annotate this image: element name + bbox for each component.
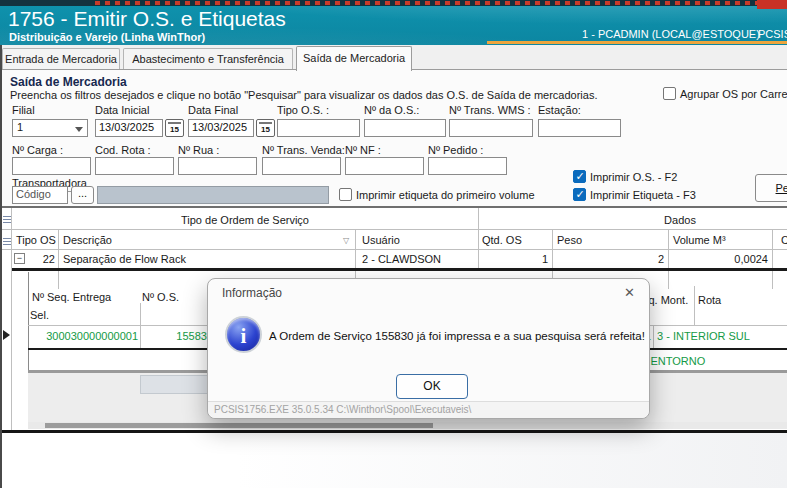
app-screen: 1756 - Emitir O.S. e Etiquetas Distribui… xyxy=(0,0,787,488)
band-tipo-ordem-servico: Tipo de Ordem de Serviço xyxy=(12,214,478,226)
cell-peso: 2 xyxy=(552,253,664,265)
detail-col-os[interactable]: Nº O.S. xyxy=(142,291,179,303)
cell-descricao: Separação de Flow Rack xyxy=(63,253,186,265)
filial-select-value: 1 xyxy=(17,121,23,133)
numero-rua-label: Nº Rua : xyxy=(178,144,219,156)
col-peso[interactable]: Peso xyxy=(557,234,582,246)
detail-col-rota[interactable]: Rota xyxy=(698,294,721,306)
tab-saida-de-mercadoria[interactable]: Saída de Mercadoria xyxy=(296,46,412,71)
imprimir-etiqueta-checkbox[interactable] xyxy=(573,188,586,201)
numero-carga-label: Nº Carga : xyxy=(12,144,63,156)
filial-select[interactable]: 1 xyxy=(12,119,88,137)
numero-os-label: Nº da O.S.: xyxy=(364,104,419,116)
window-title: 1756 - Emitir O.S. e Etiquetas xyxy=(8,7,286,31)
accent-underline xyxy=(487,41,787,44)
red-corner-decoration xyxy=(757,0,787,9)
sort-descending-icon[interactable] xyxy=(343,233,349,245)
info-icon-glyph: i xyxy=(227,324,260,349)
dialog-title: Informação xyxy=(222,286,282,300)
col-volume[interactable]: Volume M³ xyxy=(673,234,726,246)
numero-os-input[interactable] xyxy=(364,119,446,137)
agrupar-os-checkbox[interactable] xyxy=(663,87,676,100)
collapse-row-icon[interactable]: − xyxy=(14,253,25,264)
section-description: Preencha os filtros desejados e clique n… xyxy=(10,89,597,101)
hidden-button-fragment xyxy=(140,375,214,394)
tab-entrada-de-mercadoria[interactable]: Entrada de Mercadoria xyxy=(2,48,120,69)
numero-nf-label: Nº NF : xyxy=(345,144,381,156)
data-final-input[interactable]: 13/03/2025 xyxy=(188,119,254,137)
trans-wms-input[interactable] xyxy=(449,119,533,137)
current-row-indicator xyxy=(3,330,10,340)
horizontal-scrollbar-track[interactable] xyxy=(28,422,787,429)
chevron-down-icon xyxy=(75,127,83,132)
trans-venda-label: Nº Trans. Venda: xyxy=(262,144,345,156)
transportadora-nome-field xyxy=(97,186,329,204)
band-dados: Dados xyxy=(478,214,787,226)
imprimir-os-label: Imprimir O.S. - F2 xyxy=(590,171,677,183)
transportadora-codigo-input[interactable]: Código xyxy=(12,186,68,204)
detail-sel-label: Sel. xyxy=(30,309,49,321)
col-qtd-os[interactable]: Qtd. OS xyxy=(482,234,522,246)
col-usuario[interactable]: Usuário xyxy=(362,234,400,246)
trans-venda-input[interactable] xyxy=(262,157,341,175)
window-subtitle: Distribuição e Varejo (Linha WinThor) xyxy=(9,31,205,43)
imprimir-etiqueta-volume-label: Imprimir etiqueta do primeiro volume xyxy=(356,189,535,201)
pesquisar-button[interactable]: Pesquisar xyxy=(755,174,787,202)
cod-rota-label: Cod. Rota : xyxy=(95,144,151,156)
detail-column-line xyxy=(653,326,654,348)
master-row-border xyxy=(12,268,787,271)
grid-menu-icon[interactable] xyxy=(3,238,11,245)
numero-rua-input[interactable] xyxy=(178,157,257,175)
filter-panel: Saída de Mercadoria Preencha os filtros … xyxy=(0,70,787,206)
app-header: 1756 - Emitir O.S. e Etiquetas Distribui… xyxy=(0,0,787,45)
data-final-label: Data Final xyxy=(188,104,238,116)
tab-abastecimento-e-transferencia[interactable]: Abastecimento e Transferência xyxy=(123,48,293,69)
data-final-calendar-button[interactable]: 15 xyxy=(256,119,275,137)
cell-volume: 0,0024 xyxy=(668,253,768,265)
numero-pedido-input[interactable] xyxy=(428,157,507,175)
data-inicial-calendar-button[interactable]: 15 xyxy=(165,119,184,137)
detail-column-line xyxy=(694,286,695,326)
imprimir-etiqueta-label: Imprimir Etiqueta - F3 xyxy=(590,189,696,201)
grid-column-line xyxy=(58,229,59,289)
section-title: Saída de Mercadoria xyxy=(10,75,127,89)
numero-nf-input[interactable] xyxy=(345,157,424,175)
cell-numero-os: 155830 xyxy=(143,330,213,342)
detail-col-seq-entrega[interactable]: Nº Seq. Entrega xyxy=(32,291,111,303)
estacao-label: Estação: xyxy=(538,104,581,116)
detail-column-line xyxy=(140,303,141,348)
user-session-info: 1 - PCADMIN (LOCAL@ESTOQUE) xyxy=(582,28,760,40)
cell-tipo-os: 22 xyxy=(26,253,55,265)
imprimir-os-checkbox[interactable] xyxy=(573,170,586,183)
trans-wms-label: Nº Trans. WMS : xyxy=(449,104,531,116)
filial-label: Filial xyxy=(12,104,35,116)
col-tipo-os[interactable]: Tipo OS xyxy=(16,234,56,246)
grid-menu-icon[interactable] xyxy=(3,216,11,223)
tipo-os-input[interactable] xyxy=(277,119,360,137)
cod-rota-input[interactable] xyxy=(95,157,174,175)
numero-pedido-label: Nº Pedido : xyxy=(428,144,483,156)
imprimir-etiqueta-volume-checkbox[interactable] xyxy=(339,188,352,201)
agrupar-os-checkbox-label: Agrupar OS por Carreg xyxy=(680,88,787,100)
cell-qtd-os: 1 xyxy=(478,253,548,265)
grid-gutter-line xyxy=(11,208,12,432)
estacao-input[interactable] xyxy=(538,119,621,137)
col-partial[interactable]: C xyxy=(781,234,787,246)
tab-bar: Entrada de Mercadoria Abastecimento e Tr… xyxy=(0,45,787,70)
tipo-os-label: Tipo O.S. : xyxy=(277,104,329,116)
ok-button[interactable]: OK xyxy=(396,374,468,399)
col-descricao[interactable]: Descrição xyxy=(63,234,112,246)
horizontal-scrollbar-thumb[interactable] xyxy=(45,423,433,428)
top-strip xyxy=(0,0,787,6)
cell-seq-entrega: 300030000000001 xyxy=(38,330,138,342)
red-dashes-decoration xyxy=(95,1,757,5)
numero-carga-input[interactable] xyxy=(12,157,91,175)
dialog-message: A Ordem de Serviço 155830 já foi impress… xyxy=(269,330,645,342)
data-inicial-label: Data Inicial xyxy=(95,104,149,116)
transportadora-browse-button[interactable]: ... xyxy=(71,186,94,204)
data-inicial-input[interactable]: 13/03/2025 xyxy=(95,119,163,137)
close-icon[interactable]: ✕ xyxy=(624,285,635,300)
window-left-border xyxy=(0,45,2,488)
informacao-dialog: Informação ✕ i A Ordem de Serviço 155830… xyxy=(207,278,650,419)
dialog-status-bar: PCSIS1756.EXE 35.0.5.34 C:\Winthor\Spool… xyxy=(208,401,649,418)
